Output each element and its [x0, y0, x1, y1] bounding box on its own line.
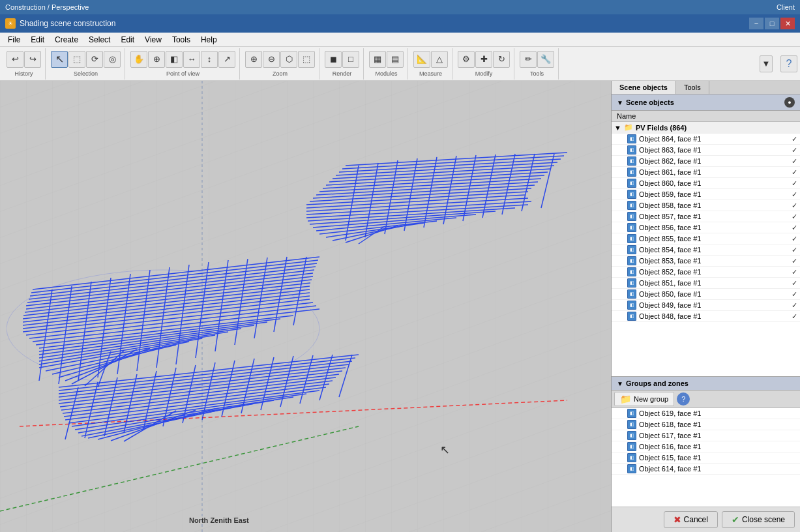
item-check: ✓: [792, 168, 797, 177]
list-item[interactable]: ◧ Object 859, face #1 ✓: [612, 189, 800, 200]
svg-line-120: [300, 355, 313, 404]
zoom-box-button[interactable]: ⬚: [298, 51, 315, 68]
pov3-button[interactable]: ↕: [201, 51, 218, 68]
list-item[interactable]: ◧ Object 858, face #1 ✓: [612, 200, 800, 211]
top-label: Construction / Perspective: [5, 3, 89, 11]
measure-btn1[interactable]: 📐: [413, 51, 430, 68]
select-button[interactable]: ↖: [51, 51, 68, 68]
list-item[interactable]: ◧ Object 856, face #1 ✓: [612, 222, 800, 233]
menu-create[interactable]: Create: [50, 34, 83, 46]
modify-btn1[interactable]: ⚙: [458, 51, 475, 68]
list-item[interactable]: ◧ Object 851, face #1 ✓: [612, 278, 800, 289]
menu-tools[interactable]: Tools: [167, 34, 196, 46]
menu-edit2[interactable]: Edit: [115, 34, 140, 46]
list-item[interactable]: ◧ Object 614, face #1: [612, 464, 800, 475]
select-circle-button[interactable]: ◎: [104, 51, 121, 68]
item-icon: ◧: [627, 245, 636, 254]
list-item[interactable]: ◧ Object 853, face #1 ✓: [612, 256, 800, 267]
pov-button[interactable]: ◧: [166, 51, 183, 68]
close-button[interactable]: ✕: [780, 18, 795, 29]
list-item[interactable]: ◧ Object 849, face #1 ✓: [612, 300, 800, 311]
list-item[interactable]: ◧ Object 616, face #1: [612, 441, 800, 452]
menu-file[interactable]: File: [3, 34, 25, 46]
select-poly-button[interactable]: ⟳: [86, 51, 103, 68]
list-item[interactable]: ◧ Object 861, face #1 ✓: [612, 167, 800, 178]
maximize-button[interactable]: □: [765, 18, 779, 29]
svg-line-77: [346, 166, 359, 241]
list-item[interactable]: ◧ Object 855, face #1 ✓: [612, 233, 800, 244]
list-item[interactable]: ◧ Object 617, face #1: [612, 430, 800, 441]
menu-help[interactable]: Help: [196, 34, 222, 46]
render-wire-button[interactable]: □: [342, 51, 359, 68]
svg-line-20: [29, 306, 316, 338]
column-header: Name: [612, 111, 800, 122]
close-scene-button[interactable]: ✔ Close scene: [722, 511, 795, 528]
item-icon: ◧: [627, 289, 636, 299]
groups-zones-header[interactable]: ▼ Groups and zones: [612, 377, 800, 391]
list-item[interactable]: ◧ Object 854, face #1 ✓: [612, 244, 800, 256]
zoom-out-button[interactable]: ⊖: [263, 51, 280, 68]
minimize-button[interactable]: −: [749, 18, 763, 29]
item-icon: ◧: [627, 301, 636, 310]
modify-btn3[interactable]: ↻: [493, 51, 510, 68]
list-item[interactable]: ◧ Object 619, face #1: [612, 408, 800, 419]
history-label: History: [14, 70, 33, 77]
modify-btn2[interactable]: ✚: [475, 51, 492, 68]
groups-help-button[interactable]: ?: [677, 392, 690, 406]
svg-line-81: [424, 157, 437, 228]
select-rect-button[interactable]: ⬚: [68, 51, 85, 68]
zoom-fit-button[interactable]: ⬡: [280, 51, 297, 68]
close-scene-label: Close scene: [742, 515, 785, 524]
menu-edit[interactable]: Edit: [25, 34, 50, 46]
item-label: Object 859, face #1: [639, 190, 789, 198]
list-item[interactable]: ◧ Object 618, face #1: [612, 419, 800, 430]
tab-tools[interactable]: Tools: [676, 81, 709, 94]
list-item[interactable]: ◧ Object 852, face #1 ✓: [612, 267, 800, 278]
viewport[interactable]: // This will be rendered as static SVG s…: [0, 81, 611, 532]
list-item[interactable]: ◧ Object 863, face #1 ✓: [612, 145, 800, 156]
tree-root-pv-fields[interactable]: ▼ 📁 PV Fields (864): [612, 122, 800, 134]
window-controls[interactable]: − □ ✕: [749, 18, 795, 29]
item-label: Object 617, face #1: [639, 432, 797, 439]
zoom-label: Zoom: [273, 70, 288, 77]
new-group-button[interactable]: 📁 New group: [614, 392, 674, 406]
item-icon: ◧: [627, 442, 636, 451]
menu-bar: File Edit Create Select Edit View Tools …: [0, 33, 800, 47]
modules-btn1[interactable]: ▦: [369, 51, 386, 68]
item-icon: ◧: [627, 156, 636, 166]
list-item[interactable]: ◧ Object 864, face #1 ✓: [612, 134, 800, 145]
svg-line-87: [541, 154, 554, 208]
svg-line-22: [36, 316, 293, 345]
pv-arrays-svg: // This will be rendered as static SVG s…: [7, 120, 580, 485]
tab-scene-objects[interactable]: Scene objects: [612, 81, 676, 94]
undo-button[interactable]: ↩: [7, 51, 23, 68]
modules-btn2[interactable]: ▤: [387, 51, 404, 68]
toolbar-more-button[interactable]: ▼: [760, 55, 773, 72]
list-item[interactable]: ◧ Object 848, face #1 ✓: [612, 311, 800, 322]
scene-objects-tree[interactable]: ▼ 📁 PV Fields (864) ◧ Object 864, face #…: [612, 122, 800, 376]
pov4-button[interactable]: ↗: [218, 51, 235, 68]
tools-btn1[interactable]: ✏: [520, 51, 537, 68]
item-label: Object 855, face #1: [639, 235, 789, 243]
list-item[interactable]: ◧ Object 857, face #1 ✓: [612, 211, 800, 222]
zoom-in-button[interactable]: ⊕: [245, 51, 262, 68]
pan-button[interactable]: ✋: [130, 51, 147, 68]
groups-list[interactable]: ◧ Object 619, face #1 ◧ Object 618, face…: [612, 408, 800, 507]
scene-objects-header[interactable]: ▼ Scene objects ●: [612, 95, 800, 111]
help-toolbar-button[interactable]: ?: [780, 55, 797, 72]
list-item[interactable]: ◧ Object 862, face #1 ✓: [612, 156, 800, 167]
item-icon: ◧: [627, 409, 636, 418]
measure-btn2[interactable]: △: [431, 51, 448, 68]
list-item[interactable]: ◧ Object 860, face #1 ✓: [612, 178, 800, 189]
pov2-button[interactable]: ↔: [183, 51, 200, 68]
menu-select[interactable]: Select: [83, 34, 115, 46]
redo-button[interactable]: ↪: [24, 51, 41, 68]
cancel-button[interactable]: ✖ Cancel: [664, 511, 718, 528]
menu-view[interactable]: View: [140, 34, 167, 46]
list-item[interactable]: ◧ Object 615, face #1: [612, 452, 800, 464]
tools-btn2[interactable]: 🔧: [537, 51, 554, 68]
list-item[interactable]: ◧ Object 850, face #1 ✓: [612, 289, 800, 300]
toolbar: ↩ ↪ History ↖ ⬚ ⟳ ◎ Selection ✋ ⊕ ◧ ↔ ↕ …: [0, 47, 800, 81]
orbit-button[interactable]: ⊕: [148, 51, 165, 68]
render-solid-button[interactable]: ◼: [325, 51, 342, 68]
